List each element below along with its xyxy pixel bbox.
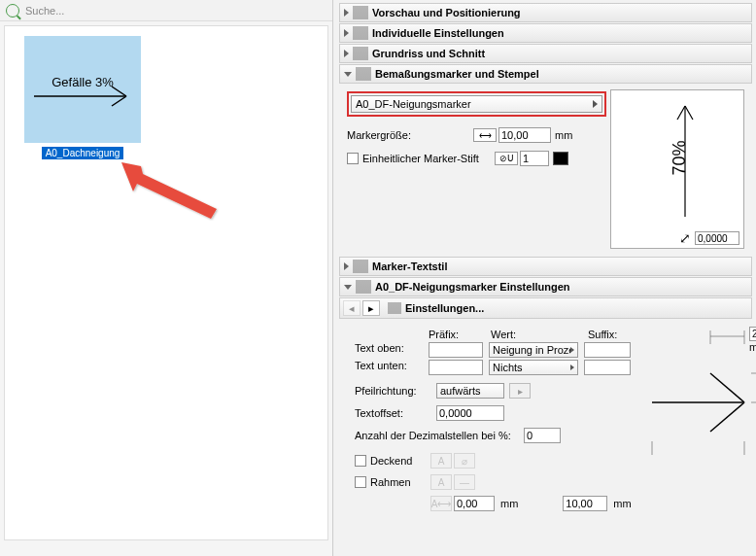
chevron-right-icon <box>593 100 598 108</box>
individual-icon <box>353 26 368 40</box>
value-bottom-dropdown[interactable]: Nichts <box>489 360 578 375</box>
svg-line-6 <box>685 106 693 120</box>
unit2: mm <box>613 498 631 509</box>
nav-next-button[interactable]: ▸ <box>362 300 380 316</box>
left-panel: Suche... Gefälle 3% A0_Dachneigung <box>0 0 333 556</box>
text-bottom-label: Text unten: <box>355 360 429 375</box>
svg-line-1 <box>112 87 126 96</box>
dim-w-input[interactable] <box>749 327 756 341</box>
floorplan-icon <box>353 47 368 60</box>
covering-label: Deckend <box>370 455 429 467</box>
size-icon: ⟷ <box>473 128 497 142</box>
suffix-header: Suffix: <box>588 329 642 340</box>
dim-w-unit: mm <box>749 341 756 353</box>
section-textstyle[interactable]: Marker-Textstil <box>339 257 752 276</box>
settings-page-label: Einstellungen... <box>405 302 484 314</box>
right-panel: Vorschau und Positionierung Individuelle… <box>333 0 756 556</box>
svg-marker-3 <box>121 162 217 219</box>
pen-number-input[interactable] <box>520 151 549 166</box>
prefix-top-input[interactable] <box>429 342 483 358</box>
text-top-row: Text oben: Neigung in Prozent <box>355 342 642 358</box>
search-bar[interactable]: Suche... <box>0 0 332 21</box>
nav-prev-button[interactable]: ◂ <box>343 300 361 316</box>
frame-opt2: — <box>454 474 475 490</box>
bottom-inputs-row: A⟷ mm mm <box>355 494 642 513</box>
prefix-header: Präfix: <box>429 329 491 340</box>
decimals-label: Anzahl der Dezimalstellen bei %: <box>355 430 524 441</box>
uniform-pen-row: Einheitlicher Marker-Stift ⊘ᑌ <box>347 148 606 169</box>
suffix-top-input[interactable] <box>584 342 631 358</box>
origin-icon: ⤢ <box>679 230 691 246</box>
offset-row: Textoffset: <box>355 403 642 423</box>
text-top-label: Text oben: <box>355 342 429 358</box>
arrow-dir-label: Pfeilrichtung: <box>355 385 436 397</box>
svg-line-9 <box>710 402 744 432</box>
offset-input[interactable] <box>436 405 504 421</box>
text-bottom-row: Text unten: Nichts <box>355 360 642 375</box>
marker-dropdown-highlight: A0_DF-Neigungsmarker <box>347 91 606 117</box>
marker-icon <box>356 67 371 81</box>
frame-checkbox[interactable] <box>355 476 366 488</box>
expand-icon <box>344 9 349 17</box>
value-header: Wert: <box>491 329 588 340</box>
search-icon <box>6 4 19 17</box>
val2-input[interactable] <box>563 496 607 511</box>
chevron-right-icon <box>570 365 574 370</box>
frame-opt1: A <box>430 474 452 490</box>
covering-opt2: ⌀ <box>454 453 475 469</box>
offset-label: Textoffset: <box>355 407 436 419</box>
section-settings[interactable]: A0_DF-Neigungsmarker Einstellungen <box>339 277 752 296</box>
expand-icon <box>344 262 349 270</box>
marker-size-input[interactable] <box>498 127 551 143</box>
marker-thumbnail[interactable]: Gefälle 3% <box>24 36 141 143</box>
chevron-right-icon <box>570 347 574 353</box>
size-icon: A⟷ <box>430 496 452 511</box>
pen-color-swatch[interactable] <box>553 152 568 165</box>
section-marker[interactable]: Bemaßungsmarker und Stempel <box>339 64 752 84</box>
suffix-bottom-input[interactable] <box>584 360 631 375</box>
expand-icon <box>344 29 349 37</box>
marker-size-label: Markergröße: <box>347 129 473 141</box>
val1-input[interactable] <box>454 496 495 511</box>
uniform-pen-label: Einheitlicher Marker-Stift <box>362 153 495 164</box>
section-floorplan[interactable]: Grundriss und Schnitt <box>339 44 752 63</box>
page-icon <box>388 302 401 314</box>
section-preview[interactable]: Vorschau und Positionierung <box>339 3 752 22</box>
search-placeholder: Suche... <box>25 5 64 17</box>
arrow-dir-dropdown[interactable]: aufwärts <box>436 383 504 399</box>
value-top-dropdown[interactable]: Neigung in Prozent <box>489 342 578 358</box>
gallery: Gefälle 3% A0_Dachneigung <box>4 25 328 540</box>
marker-body: A0_DF-Neigungsmarker Markergröße: ⟷ mm E… <box>339 86 752 253</box>
column-headers: Präfix: Wert: Suffix: <box>355 329 642 340</box>
unit1: mm <box>500 498 518 509</box>
prefix-bottom-input[interactable] <box>429 360 483 375</box>
slope-preview-text: 70% <box>670 129 690 188</box>
settings-subnav: ◂ ▸ Einstellungen... <box>339 297 752 319</box>
arrow-preview-icon <box>642 325 756 480</box>
thumbnail-text: Gefälle 3% <box>52 75 114 89</box>
pen-icon: ⊘ᑌ <box>495 152 518 165</box>
arrow-preview: mm mm <box>642 325 744 519</box>
covering-checkbox[interactable] <box>355 455 366 467</box>
textstyle-icon <box>353 260 368 273</box>
marker-size-row: Markergröße: ⟷ mm <box>347 124 606 146</box>
svg-line-2 <box>112 96 126 106</box>
frame-row: Rahmen A — <box>355 472 642 492</box>
uniform-pen-checkbox[interactable] <box>347 153 359 164</box>
arrow-dir-row: Pfeilrichtung: aufwärts ▸ <box>355 381 642 400</box>
svg-line-8 <box>710 373 744 402</box>
thumbnail-label[interactable]: A0_Dachneigung <box>24 147 141 158</box>
collapse-icon <box>344 72 352 77</box>
covering-row: Deckend A ⌀ <box>355 451 642 470</box>
settings-icon <box>356 280 371 294</box>
frame-label: Rahmen <box>370 476 429 488</box>
marker-type-dropdown[interactable]: A0_DF-Neigungsmarker <box>351 95 602 113</box>
thumbnail-arrow-icon <box>24 36 141 143</box>
arrow-dir-menu[interactable]: ▸ <box>509 383 531 399</box>
svg-line-5 <box>677 106 685 120</box>
decimals-input[interactable] <box>524 428 561 443</box>
collapse-icon <box>344 285 352 290</box>
origin-input[interactable] <box>695 231 739 245</box>
marker-preview: 70% ⤢ <box>610 89 744 249</box>
section-individual[interactable]: Individuelle Einstellungen <box>339 23 752 43</box>
